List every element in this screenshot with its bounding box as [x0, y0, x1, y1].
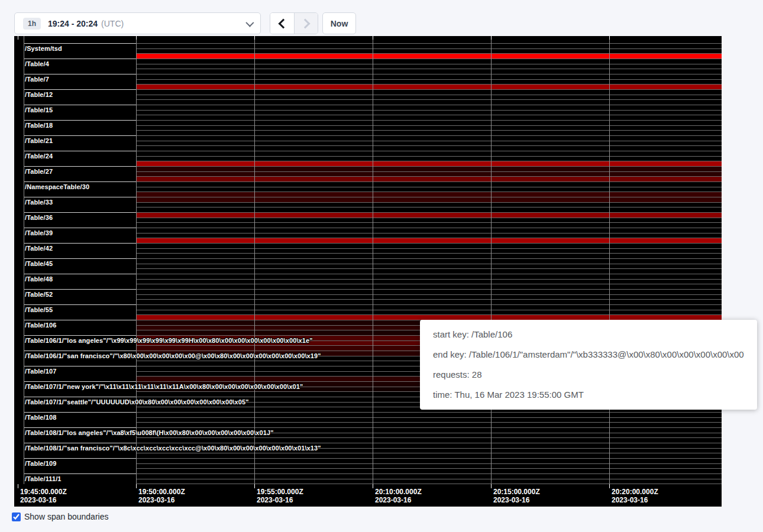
- row-label: /Table/33: [25, 199, 53, 206]
- row-label: /Table/106/1/"san francisco"/"\x80\x00\x…: [25, 352, 321, 359]
- span-boundary-line: [24, 89, 136, 90]
- axis-date: 2023-03-16: [20, 496, 67, 504]
- axis-tick: [609, 484, 610, 488]
- range-timezone: (UTC): [101, 19, 124, 28]
- range-nav-group: [270, 12, 318, 34]
- span-boundary-line: [24, 120, 136, 121]
- row-label: /Table/45: [25, 260, 53, 267]
- span-boundary-line: [24, 304, 136, 305]
- row-label: /Table/24: [25, 153, 53, 160]
- span-boundary-line: [24, 443, 136, 443]
- axis-tick: [254, 484, 255, 488]
- chevron-left-icon: [279, 18, 289, 28]
- show-span-boundaries-label: Show span boundaries: [24, 512, 108, 521]
- grid-vline: [254, 36, 255, 484]
- span-boundary-line: [24, 105, 136, 105]
- row-label: /Table/7: [25, 76, 49, 83]
- axis-tick-label: 19:55:00.000Z2023-03-16: [257, 488, 303, 504]
- chevron-right-icon: [300, 18, 310, 28]
- row-label: /Table/109: [25, 460, 56, 467]
- row-label: /Table/21: [25, 137, 53, 144]
- axis-time: 20:20:00.000Z: [612, 488, 658, 496]
- span-boundary-line: [24, 228, 136, 228]
- span-boundary-line: [24, 397, 136, 397]
- span-boundary-line: [24, 289, 136, 290]
- axis-time: 19:45:00.000Z: [20, 488, 67, 496]
- span-cell[interactable]: [136, 36, 722, 43]
- span-boundary-line: [24, 412, 136, 413]
- time-range-select[interactable]: 1h 19:24 - 20:24 (UTC): [14, 12, 261, 34]
- axis-top-tick: [609, 36, 610, 40]
- axis-date: 2023-03-16: [375, 496, 422, 504]
- span-boundary-line: [24, 166, 136, 167]
- row-label: /Table/12: [25, 91, 53, 98]
- heatmap-plot[interactable]: /System/tsd/Table/4/Table/7/Table/12/Tab…: [14, 36, 722, 484]
- span-boundary-line: [24, 427, 136, 428]
- axis-date: 2023-03-16: [612, 496, 658, 504]
- tooltip-requests: requests: 28: [433, 365, 744, 385]
- row-label: /Table/108: [25, 414, 56, 421]
- span-boundary-line: [24, 135, 136, 136]
- axis-time: 19:55:00.000Z: [257, 488, 303, 496]
- axis-top-tick: [254, 36, 255, 40]
- grid-vline: [609, 36, 610, 484]
- show-span-boundaries-toggle[interactable]: Show span boundaries: [12, 512, 108, 521]
- tooltip-end-key: end key: /Table/106/1/"amsterdam"/"\xb33…: [433, 345, 744, 365]
- span-tooltip: start key: /Table/106 end key: /Table/10…: [420, 320, 757, 410]
- axis-top-tick: [18, 36, 18, 40]
- row-label: /Table/107/1/"seattle"/"UUUUUUD\x00\x80\…: [25, 398, 248, 406]
- next-range-button[interactable]: [294, 13, 318, 34]
- row-label: /Table/39: [25, 229, 53, 236]
- row-label: /Table/27: [25, 168, 53, 175]
- span-boundary-line: [24, 274, 136, 274]
- row-label: /Table/18: [25, 122, 53, 129]
- axis-top-tick: [373, 36, 373, 40]
- row-label: /Table/108/1/"san francisco"/"\x8c\xcc\x…: [25, 445, 321, 452]
- axis-tick-label: 20:20:00.000Z2023-03-16: [612, 488, 658, 504]
- show-span-boundaries-checkbox[interactable]: [12, 512, 21, 521]
- axis-tick: [136, 484, 137, 488]
- now-button[interactable]: Now: [322, 12, 356, 34]
- span-boundary-line: [24, 151, 136, 151]
- row-label: /System/tsd: [25, 45, 62, 52]
- toolbar: 1h 19:24 - 20:24 (UTC) Now: [0, 0, 763, 36]
- span-boundary-line: [24, 320, 136, 320]
- prev-range-button[interactable]: [270, 13, 294, 34]
- axis-tick: [18, 484, 18, 488]
- span-boundary-line: [24, 181, 136, 182]
- chevron-down-icon: [245, 18, 254, 27]
- grid-vline: [491, 36, 492, 484]
- axis-tick: [491, 484, 492, 488]
- row-label: /Table/107/1/"new york"/"\x11\x11\x11\x1…: [25, 383, 303, 390]
- row-label: /Table/48: [25, 275, 53, 283]
- span-boundary-line: [24, 458, 136, 459]
- span-boundary-line: [24, 43, 136, 44]
- range-text: 19:24 - 20:24: [48, 19, 98, 28]
- row-label: /Table/108/1/"los angeles"/"\xa8\xf5\u00…: [25, 429, 274, 436]
- range-duration-badge: 1h: [23, 18, 41, 30]
- key-visualizer-page: 1h 19:24 - 20:24 (UTC) Now /System/tsd/T…: [0, 0, 763, 532]
- time-axis: 19:45:00.000Z2023-03-1619:50:00.000Z2023…: [14, 484, 722, 507]
- axis-tick: [373, 484, 373, 488]
- span-boundary-line: [24, 351, 136, 351]
- span-boundary-line: [24, 243, 136, 244]
- grid-vline: [373, 36, 373, 484]
- row-label: /Table/42: [25, 245, 53, 252]
- grid-vline: [136, 36, 137, 484]
- row-label: /Table/36: [25, 214, 53, 221]
- axis-top-tick: [136, 36, 137, 40]
- axis-tick-label: 19:45:00.000Z2023-03-16: [20, 488, 67, 504]
- span-boundary-line: [24, 381, 136, 382]
- tooltip-start-key: start key: /Table/106: [433, 325, 744, 345]
- axis-tick-label: 20:10:00.000Z2023-03-16: [375, 488, 422, 504]
- axis-top-tick: [491, 36, 492, 40]
- row-label: /Table/107: [25, 368, 56, 375]
- span-boundary-line: [24, 366, 136, 366]
- row-label: /Table/106/1/"los angeles"/"\x99\x99\x99…: [25, 337, 313, 344]
- row-label: /NamespaceTable/30: [25, 183, 89, 190]
- key-visualizer-chart[interactable]: /System/tsd/Table/4/Table/7/Table/12/Tab…: [14, 36, 722, 507]
- axis-date: 2023-03-16: [493, 496, 540, 504]
- axis-time: 20:15:00.000Z: [493, 488, 540, 496]
- axis-tick-label: 19:50:00.000Z2023-03-16: [138, 488, 185, 504]
- row-label: /Table/52: [25, 291, 53, 298]
